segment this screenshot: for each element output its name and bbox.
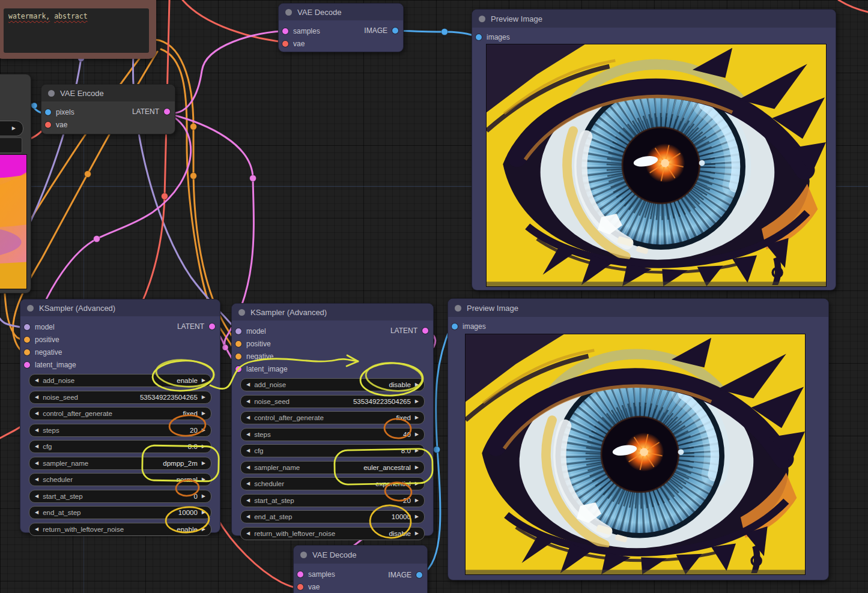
widget-sampler-name[interactable]: ◀sampler_namedpmpp_2m▶ bbox=[29, 457, 211, 470]
decrement-icon[interactable]: ◀ bbox=[246, 432, 250, 437]
input-port-samples[interactable] bbox=[282, 28, 288, 34]
decrement-icon[interactable]: ◀ bbox=[35, 428, 38, 433]
decrement-icon[interactable]: ◀ bbox=[246, 514, 250, 519]
decrement-icon[interactable]: ◀ bbox=[246, 498, 250, 503]
decrement-icon[interactable]: ◀ bbox=[246, 382, 250, 387]
output-port-image[interactable] bbox=[392, 28, 398, 34]
increment-icon[interactable]: ▶ bbox=[415, 531, 419, 536]
widget-return-with-leftover-noise[interactable]: ◀return_with_leftover_noiseenable▶ bbox=[29, 523, 211, 536]
input-port-negative[interactable] bbox=[235, 354, 241, 360]
reroute-dot[interactable] bbox=[190, 173, 197, 179]
increment-icon[interactable]: ▶ bbox=[415, 514, 419, 519]
input-port-positive[interactable] bbox=[235, 341, 241, 347]
widget-cfg[interactable]: ◀cfg8.0▶ bbox=[240, 444, 425, 457]
increment-icon[interactable]: ▶ bbox=[202, 477, 205, 482]
input-port-latent-image[interactable] bbox=[24, 362, 30, 368]
collapse-dot-icon[interactable] bbox=[300, 552, 307, 558]
node-titlebar[interactable]: KSampler (Advanced) bbox=[20, 300, 220, 316]
input-port-samples[interactable] bbox=[297, 571, 303, 577]
widget-start-at-step[interactable]: ◀start_at_step0▶ bbox=[29, 490, 211, 503]
widget-cfg[interactable]: ◀cfg8.0▶ bbox=[29, 440, 211, 453]
decrement-icon[interactable]: ◀ bbox=[35, 444, 38, 449]
widget-add-noise[interactable]: ◀add_noisedisable▶ bbox=[240, 378, 425, 391]
increment-icon[interactable]: ▶ bbox=[415, 465, 419, 470]
decrement-icon[interactable]: ◀ bbox=[246, 465, 250, 470]
decrement-icon[interactable]: ◀ bbox=[35, 527, 38, 532]
reroute-dot[interactable] bbox=[85, 171, 91, 178]
reroute-dot[interactable] bbox=[162, 193, 168, 200]
decrement-icon[interactable]: ◀ bbox=[35, 510, 38, 515]
node-titlebar[interactable]: VAE Decode bbox=[294, 546, 427, 564]
increment-icon[interactable]: ▶ bbox=[202, 411, 205, 416]
prompt-textarea[interactable]: watermark, abstract bbox=[4, 8, 149, 53]
vae-decode-node-top[interactable]: VAE Decode samples vae IMAGE bbox=[278, 3, 404, 52]
widget-add-noise[interactable]: ◀add_noiseenable▶ bbox=[29, 374, 211, 387]
increment-icon[interactable]: ▶ bbox=[415, 415, 419, 420]
decrement-icon[interactable]: ◀ bbox=[35, 477, 38, 482]
reroute-dot[interactable] bbox=[222, 345, 228, 351]
collapse-dot-icon[interactable] bbox=[27, 305, 34, 312]
increment-icon[interactable]: ▶ bbox=[202, 494, 205, 499]
increment-icon[interactable]: ▶ bbox=[202, 378, 205, 383]
widget-end-at-step[interactable]: ◀end_at_step10000▶ bbox=[29, 506, 211, 519]
load-image-node[interactable]: IMAGE MASK ▶ bbox=[0, 74, 31, 293]
widget-sampler-name[interactable]: ◀sampler_nameeuler_ancestral▶ bbox=[240, 461, 425, 474]
node-titlebar[interactable]: KSampler (Advanced) bbox=[232, 304, 433, 321]
input-port-vae[interactable] bbox=[297, 584, 303, 590]
widget-end-at-step[interactable]: ◀end_at_step10000▶ bbox=[240, 510, 425, 523]
ksampler-advanced-node-left[interactable]: KSampler (Advanced) model positive negat… bbox=[20, 299, 220, 533]
input-port-model[interactable] bbox=[235, 328, 241, 334]
clip-text-encode-node[interactable]: watermark, abstract bbox=[0, 0, 156, 59]
preview-image-node-top[interactable]: Preview Image images bbox=[472, 9, 836, 290]
output-port-latent[interactable] bbox=[164, 109, 170, 115]
widget-steps[interactable]: ◀steps40▶ bbox=[240, 428, 425, 441]
decrement-icon[interactable]: ◀ bbox=[35, 411, 38, 416]
image-combo-widget[interactable] bbox=[0, 137, 22, 153]
increment-icon[interactable]: ▶ bbox=[415, 382, 419, 387]
collapse-dot-icon[interactable] bbox=[285, 9, 292, 16]
input-port-vae[interactable] bbox=[282, 41, 288, 47]
decrement-icon[interactable]: ◀ bbox=[35, 395, 38, 400]
decrement-icon[interactable]: ◀ bbox=[246, 448, 250, 453]
reroute-dot[interactable] bbox=[31, 103, 37, 109]
input-port-latent-image[interactable] bbox=[235, 366, 241, 372]
increment-icon[interactable]: ▶ bbox=[202, 428, 205, 433]
node-titlebar[interactable]: VAE Encode bbox=[41, 85, 175, 101]
vae-encode-node[interactable]: VAE Encode pixels vae LATENT bbox=[41, 84, 175, 134]
reroute-dot[interactable] bbox=[434, 447, 440, 453]
collapse-dot-icon[interactable] bbox=[479, 16, 485, 22]
decrement-icon[interactable]: ◀ bbox=[35, 494, 38, 499]
decrement-icon[interactable]: ◀ bbox=[246, 399, 250, 404]
increment-icon[interactable]: ▶ bbox=[415, 481, 419, 486]
increment-icon[interactable]: ▶ bbox=[415, 498, 419, 503]
output-port-image[interactable] bbox=[416, 572, 422, 578]
decrement-icon[interactable]: ◀ bbox=[35, 461, 38, 466]
decrement-icon[interactable]: ◀ bbox=[246, 415, 250, 420]
ksampler-advanced-node-right[interactable]: KSampler (Advanced) model positive negat… bbox=[231, 303, 434, 536]
input-port-images[interactable] bbox=[452, 324, 458, 330]
input-port-negative[interactable] bbox=[24, 349, 30, 355]
collapse-dot-icon[interactable] bbox=[48, 90, 55, 97]
widget-scheduler[interactable]: ◀schedulerexponential▶ bbox=[240, 477, 425, 490]
reroute-dot[interactable] bbox=[94, 236, 100, 242]
increment-icon[interactable]: ▶ bbox=[202, 395, 205, 400]
collapse-dot-icon[interactable] bbox=[455, 305, 461, 312]
node-graph-canvas[interactable]: watermark, abstract IMAGE MASK ▶ VAE Enc… bbox=[0, 0, 868, 593]
collapse-dot-icon[interactable] bbox=[238, 309, 245, 316]
input-port-model[interactable] bbox=[24, 324, 30, 330]
widget-noise-seed[interactable]: ◀noise_seed535349223504265▶ bbox=[240, 395, 425, 408]
widget-start-at-step[interactable]: ◀start_at_step20▶ bbox=[240, 494, 425, 507]
input-port-vae[interactable] bbox=[45, 122, 51, 128]
preview-image-node-bottom[interactable]: Preview Image images bbox=[448, 298, 829, 580]
increment-icon[interactable]: ▶ bbox=[202, 510, 205, 515]
input-port-pixels[interactable] bbox=[45, 109, 51, 115]
increment-icon[interactable]: ▶ bbox=[202, 527, 205, 532]
increment-icon[interactable]: ▶ bbox=[415, 432, 419, 437]
input-port-positive[interactable] bbox=[24, 337, 30, 343]
node-titlebar[interactable]: Preview Image bbox=[448, 299, 828, 317]
widget-steps[interactable]: ◀steps20▶ bbox=[29, 424, 211, 437]
increment-icon[interactable]: ▶ bbox=[415, 448, 419, 453]
widget-noise-seed[interactable]: ◀noise_seed535349223504265▶ bbox=[29, 391, 211, 404]
decrement-icon[interactable]: ◀ bbox=[246, 481, 250, 486]
widget-scheduler[interactable]: ◀schedulernormal▶ bbox=[29, 473, 211, 486]
